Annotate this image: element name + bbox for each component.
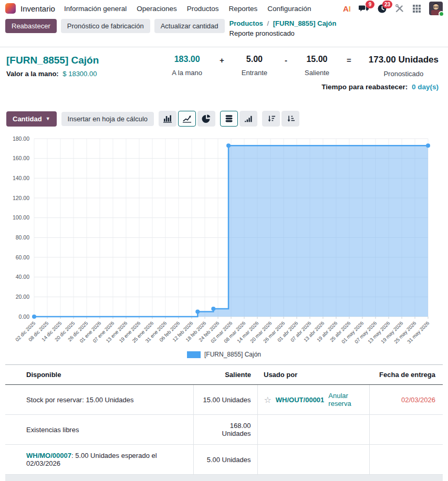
chart-legend[interactable]: [FURN_8855] Cajón [0,350,448,359]
svg-text:40.00: 40.00 [16,274,29,280]
insert-in-spreadsheet-button[interactable]: Insertar en hoja de cálculo [61,112,154,126]
forecast-chart-svg[interactable]: 02 dic 202508 dic 202514 dic 202520 dic … [0,131,448,346]
update-quantity-button[interactable]: Actualizar cantidad [154,19,225,33]
breadcrumb-product-link[interactable]: [FURN_8855] Cajón [273,19,337,27]
breadcrumb-products-link[interactable]: Productos [230,19,263,27]
menu-configuracion[interactable]: Configuración [267,5,311,13]
messages-badge: 9 [366,1,374,8]
forecast-summary: [FURN_8855] Cajón Valor a la mano: $ 183… [0,47,448,106]
activities-icon[interactable]: 23 [377,4,387,14]
unreserve-link[interactable]: Anular reserva [328,392,362,407]
cell-fecha-entrega [369,445,443,475]
ai-icon[interactable]: AI [343,4,351,13]
breadcrumb: Productos / [FURN_8855] Cajón Reporte pr… [230,19,337,38]
table-footer-row: Inventario pronosticado 173.00 Unidades [5,475,443,481]
menu-operaciones[interactable]: Operaciones [137,5,177,13]
forecast-qty: 173.00 Unidades [369,55,439,65]
forecast-chart: 02 dic 202508 dic 202514 dic 202520 dic … [0,131,448,359]
tools-icon[interactable] [395,4,404,13]
cumulative-icon[interactable] [239,111,257,127]
on-hand-value: $ 18300.00 [62,70,97,78]
control-panel: Reabastecer Pronóstico de fabricación Ac… [0,17,448,47]
forecast-formula: 183.00 A la mano + 5.00 Entrante - 15.00… [172,55,442,78]
menu-reportes[interactable]: Reportes [229,5,258,13]
wrench-screwdriver-icon [395,4,404,13]
chart-type-group [159,111,215,127]
sort-desc-icon[interactable] [262,111,280,127]
table-header-row: Disponible Saliente Usado por Fecha de e… [5,365,443,385]
sort-group [262,111,299,127]
incoming-label: Entrante [242,69,267,77]
manufacturing-forecast-button[interactable]: Pronóstico de fabricación [61,19,150,33]
footer-forecast-value: 173.00 Unidades [193,475,257,481]
menu-informacion-general[interactable]: Información general [64,5,127,13]
app-name[interactable]: Inventario [20,4,55,13]
table-row: Existencias libres 168.00 Unidades [5,415,443,445]
forecast-label: Pronosticado [369,70,439,78]
on-hand-value-label: Valor a la mano: [6,70,59,78]
systray: AI 9 23 [343,2,443,15]
on-hand-label: A la mano [172,69,202,77]
grid-icon [412,4,421,13]
on-hand-qty: 183.00 [172,55,202,64]
chevron-down-icon: ▼ [46,116,50,121]
main-menu: Información general Operaciones Producto… [64,5,311,13]
user-avatar[interactable] [429,2,443,15]
equals-operator: = [347,56,351,65]
product-block: [FURN_8855] Cajón Valor a la mano: $ 183… [6,55,99,78]
svg-text:60.00: 60.00 [16,254,29,260]
activities-badge: 23 [382,1,392,8]
inventory-app-icon[interactable] [5,3,16,14]
outgoing-qty: 15.00 [305,55,329,64]
header-fecha-entrega: Fecha de entrega [369,365,443,385]
cell-saliente: 168.00 Unidades [193,415,257,445]
line-chart-icon[interactable] [178,111,196,127]
legend-label: [FURN_8855] Cajón [204,351,261,358]
cell-disponible: Stock por reservar: 15.00 Unidades [5,385,193,415]
table-row: WH/MO/00007: 5.00 Unidades esperado el 0… [5,445,443,475]
outgoing-label: Saliente [305,69,329,77]
header-disponible: Disponible [5,365,193,385]
incoming-qty: 5.00 [242,55,267,64]
action-buttons: Reabastecer Pronóstico de fabricación Ac… [5,19,225,33]
svg-text:80.00: 80.00 [16,234,29,240]
lead-time-value: 0 day(s) [412,83,439,91]
product-title: [FURN_8855] Cajón [6,55,99,66]
cell-usado-por [257,445,369,475]
lead-time-line: Tiempo para reabastecer: 0 day(s) [6,83,442,91]
stacked-icon[interactable] [220,111,238,127]
bar-chart-icon[interactable] [159,111,176,127]
header-usado-por: Usado por [257,365,369,385]
cell-fecha-entrega [369,415,443,445]
delivery-order-link[interactable]: WH/OUT/00001 [276,396,324,404]
footer-label: Inventario pronosticado [5,475,193,481]
favorite-star-icon[interactable]: ☆ [264,395,272,405]
manufacturing-order-link[interactable]: WH/MO/00007 [26,452,71,459]
breadcrumb-separator: / [267,19,269,27]
svg-text:20.00: 20.00 [16,294,29,300]
replenish-button[interactable]: Reabastecer [5,19,57,33]
svg-text:160.00: 160.00 [13,155,29,161]
apps-grid-icon[interactable] [412,4,421,13]
forecast-table: Disponible Saliente Usado por Fecha de e… [5,364,443,481]
plus-operator: + [220,56,224,65]
legend-swatch [187,351,201,358]
messages-icon[interactable]: 9 [359,4,369,13]
page-title: Reporte pronosticado [230,29,337,38]
svg-text:120.00: 120.00 [13,195,29,201]
pie-chart-icon[interactable] [197,111,215,127]
menu-productos[interactable]: Productos [187,5,219,13]
svg-text:140.00: 140.00 [13,175,29,181]
table-row: Stock por reservar: 15.00 Unidades 15.00… [5,385,443,415]
measure-dropdown-button[interactable]: Cantidad ▼ [6,111,57,127]
chart-mode-group [220,111,257,127]
sort-asc-icon[interactable] [282,111,299,127]
lead-time-label: Tiempo para reabastecer: [321,83,408,91]
measure-label: Cantidad [13,115,42,123]
online-status-dot [439,11,444,17]
cell-usado-por [257,415,369,445]
cell-usado-por: ☆ WH/OUT/00001 Anular reserva [257,385,369,415]
svg-text:180.00: 180.00 [13,135,29,142]
svg-text:0.00: 0.00 [19,313,30,320]
cell-disponible: WH/MO/00007: 5.00 Unidades esperado el 0… [5,445,193,475]
